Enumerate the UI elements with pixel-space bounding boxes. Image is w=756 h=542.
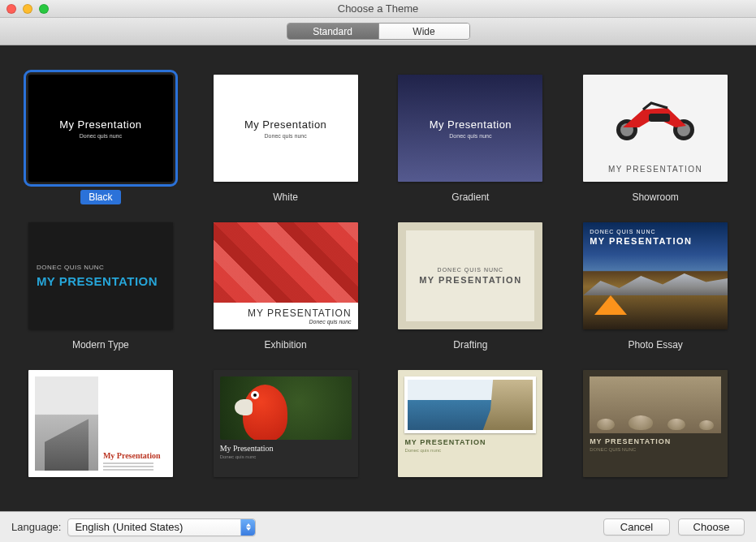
- slide-subtitle: DONEC QUIS NUNC: [590, 447, 721, 452]
- theme-thumbnail: MY PRESENTATION Donec quis nunc: [214, 222, 358, 329]
- slide-subtitle: Donec quis nunc: [265, 133, 307, 139]
- theme-label: Black: [80, 190, 120, 204]
- pottery-photo-icon: [590, 376, 721, 433]
- slide-title: MY PRESENTATION: [583, 160, 728, 182]
- theme-row3-1[interactable]: My Presentation: [28, 370, 174, 477]
- theme-label: Exhibition: [257, 338, 315, 352]
- theme-label: Showroom: [624, 190, 686, 204]
- theme-thumbnail: DONEC QUIS NUNC MY PRESENTATION: [398, 222, 542, 329]
- slide-title: My Presentation: [244, 118, 326, 131]
- language-label: Language:: [11, 521, 61, 533]
- theme-thumbnail: My Presentation: [28, 370, 173, 477]
- theme-showroom[interactable]: MY PRESENTATION Showroom: [582, 75, 728, 204]
- theme-grid: My Presentation Donec quis nunc Black My…: [0, 45, 756, 511]
- slide-title: My Presentation: [59, 118, 141, 131]
- slide-subtitle: Donec quis nunc: [220, 319, 352, 325]
- svg-rect-4: [649, 114, 670, 122]
- theme-thumbnail: MY PRESENTATION: [583, 75, 728, 182]
- theme-thumbnail: DONEC QUIS NUNC MY PRESENTATION: [583, 222, 728, 329]
- theme-modern-type[interactable]: DONEC QUIS NUNC MY PRESENTATION Modern T…: [28, 222, 174, 352]
- theme-thumbnail: My Presentation Donec quis nunc: [214, 370, 358, 477]
- language-select[interactable]: English (United States): [67, 518, 256, 536]
- tent-icon: [594, 295, 627, 315]
- slide-title: My Presentation: [430, 118, 512, 131]
- theme-thumbnail: My Presentation Donec quis nunc: [398, 75, 542, 182]
- sea-cliff-photo-icon: [404, 376, 536, 433]
- theme-thumbnail: MY PRESENTATION DONEC QUIS NUNC: [583, 370, 728, 477]
- theme-thumbnail: MY PRESENTATION Donec quis nunc: [398, 370, 542, 477]
- parrot-photo-icon: [220, 376, 352, 440]
- slide-subtitle: Donec quis nunc: [80, 133, 122, 139]
- cancel-button[interactable]: Cancel: [603, 518, 670, 536]
- theme-thumbnail: My Presentation Donec quis nunc: [28, 75, 173, 182]
- slide-eyebrow: DONEC QUIS NUNC: [37, 264, 173, 271]
- slide-title: My Presentation: [103, 451, 166, 460]
- theme-row3-4[interactable]: MY PRESENTATION DONEC QUIS NUNC: [582, 370, 728, 477]
- choose-button[interactable]: Choose: [678, 518, 745, 536]
- theme-black[interactable]: My Presentation Donec quis nunc Black: [28, 75, 174, 204]
- theme-thumbnail: DONEC QUIS NUNC MY PRESENTATION: [28, 222, 173, 329]
- dropdown-chevron-icon: [240, 519, 255, 536]
- bottom-bar: Language: English (United States) Cancel…: [0, 511, 756, 542]
- language-value: English (United States): [75, 521, 183, 533]
- theme-label: Drafting: [445, 338, 495, 352]
- slide-title: MY PRESENTATION: [590, 437, 721, 445]
- slide-subtitle: Donec quis nunc: [220, 454, 352, 459]
- theme-photo-essay[interactable]: DONEC QUIS NUNC MY PRESENTATION Photo Es…: [582, 222, 728, 352]
- theme-thumbnail: My Presentation Donec quis nunc: [214, 75, 358, 182]
- slide-title: MY PRESENTATION: [220, 308, 352, 319]
- window-title: Choose a Theme: [0, 2, 756, 15]
- slide-title: My Presentation: [220, 444, 352, 453]
- bridge-photo-icon: [35, 376, 98, 471]
- theme-label: Photo Essay: [620, 338, 690, 352]
- segment-wide[interactable]: Wide: [378, 24, 469, 39]
- theme-drafting[interactable]: DONEC QUIS NUNC MY PRESENTATION Drafting: [398, 222, 544, 352]
- theme-white[interactable]: My Presentation Donec quis nunc White: [213, 75, 359, 204]
- theme-label: White: [265, 190, 306, 204]
- theme-label: Modern Type: [64, 338, 137, 352]
- theme-exhibition[interactable]: MY PRESENTATION Donec quis nunc Exhibiti…: [213, 222, 359, 352]
- slide-title: MY PRESENTATION: [590, 236, 721, 246]
- mountain-icon: [583, 271, 728, 295]
- slide-subtitle: Donec quis nunc: [404, 448, 536, 453]
- aspect-ratio-segment: Standard Wide: [287, 23, 470, 40]
- slide-eyebrow: DONEC QUIS NUNC: [438, 267, 504, 273]
- theme-row3-3[interactable]: MY PRESENTATION Donec quis nunc: [398, 370, 544, 477]
- theme-label: Gradient: [443, 190, 497, 204]
- toolbar: Standard Wide: [0, 18, 756, 45]
- slide-title: MY PRESENTATION: [419, 275, 521, 285]
- theme-row3-2[interactable]: My Presentation Donec quis nunc: [213, 370, 359, 477]
- segment-standard[interactable]: Standard: [287, 24, 378, 39]
- slide-subtitle: Donec quis nunc: [449, 133, 491, 139]
- slide-title: MY PRESENTATION: [37, 274, 173, 288]
- titlebar: Choose a Theme: [0, 0, 756, 18]
- theme-gradient[interactable]: My Presentation Donec quis nunc Gradient: [398, 75, 544, 204]
- placeholder-lines-icon: [103, 462, 166, 471]
- slide-title: MY PRESENTATION: [404, 438, 536, 446]
- abstract-art-icon: [214, 222, 358, 303]
- slide-eyebrow: DONEC QUIS NUNC: [590, 229, 721, 234]
- motorcycle-icon: [583, 75, 728, 160]
